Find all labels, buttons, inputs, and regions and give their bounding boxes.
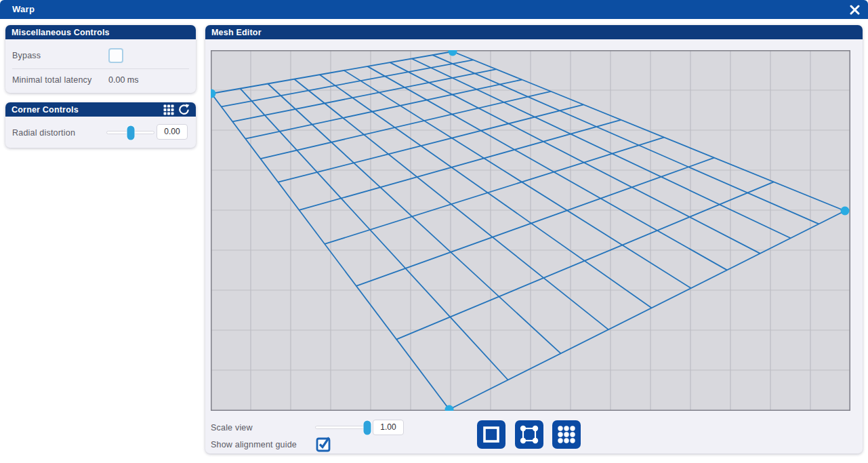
corner-controls-header: Corner Controls xyxy=(5,102,196,117)
mesh-points-icon xyxy=(552,420,581,449)
bypass-label: Bypass xyxy=(12,51,41,60)
reset-button[interactable] xyxy=(178,104,190,115)
mesh-editor-title: Mesh Editor xyxy=(211,28,262,37)
scale-view-slider[interactable] xyxy=(315,426,368,429)
scale-view-slider-thumb[interactable] xyxy=(364,420,371,435)
mesh-points-button[interactable] xyxy=(552,420,581,449)
miscellaneous-controls-header: Miscellaneous Controls xyxy=(5,25,196,39)
radial-distortion-slider-thumb[interactable] xyxy=(127,125,134,140)
corner-points-icon xyxy=(515,420,543,449)
radial-distortion-slider[interactable] xyxy=(106,131,154,134)
mesh-editor-header: Mesh Editor xyxy=(205,25,863,39)
alignment-guide-label: Show alignment guide xyxy=(211,440,297,449)
border-rectangle-button[interactable] xyxy=(477,420,505,449)
corner-controls-title: Corner Controls xyxy=(12,105,79,115)
latency-label: Minimal total latency xyxy=(12,75,91,85)
bypass-checkbox[interactable] xyxy=(108,48,123,63)
row-divider xyxy=(12,68,189,69)
corner-controls-panel: Corner Controls Radial distortion 0.00 xyxy=(5,102,196,148)
radial-distortion-value[interactable]: 0.00 xyxy=(157,124,188,140)
latency-value: 0.00 ms xyxy=(108,75,138,85)
scale-view-label: Scale view xyxy=(211,423,253,432)
scale-view-value[interactable]: 1.00 xyxy=(373,420,404,435)
miscellaneous-controls-panel: Miscellaneous Controls Bypass Minimal to… xyxy=(5,25,196,93)
window-titlebar: Warp xyxy=(0,0,868,19)
grid-points-icon xyxy=(163,104,174,115)
miscellaneous-controls-title: Miscellaneous Controls xyxy=(12,28,110,37)
mesh-editor-canvas[interactable] xyxy=(211,50,850,411)
radial-distortion-label: Radial distortion xyxy=(12,128,75,138)
close-icon xyxy=(850,5,860,15)
border-rectangle-icon xyxy=(477,420,505,449)
window-title: Warp xyxy=(12,0,35,19)
corner-points-button[interactable] xyxy=(515,420,543,449)
close-button[interactable] xyxy=(848,3,862,17)
grid-points-button[interactable] xyxy=(163,104,174,115)
reset-icon xyxy=(178,104,190,115)
mesh-editor-panel: Mesh Editor Scale view 1.00 Show alignme… xyxy=(205,25,863,454)
alignment-guide-checkbox[interactable] xyxy=(315,435,333,452)
